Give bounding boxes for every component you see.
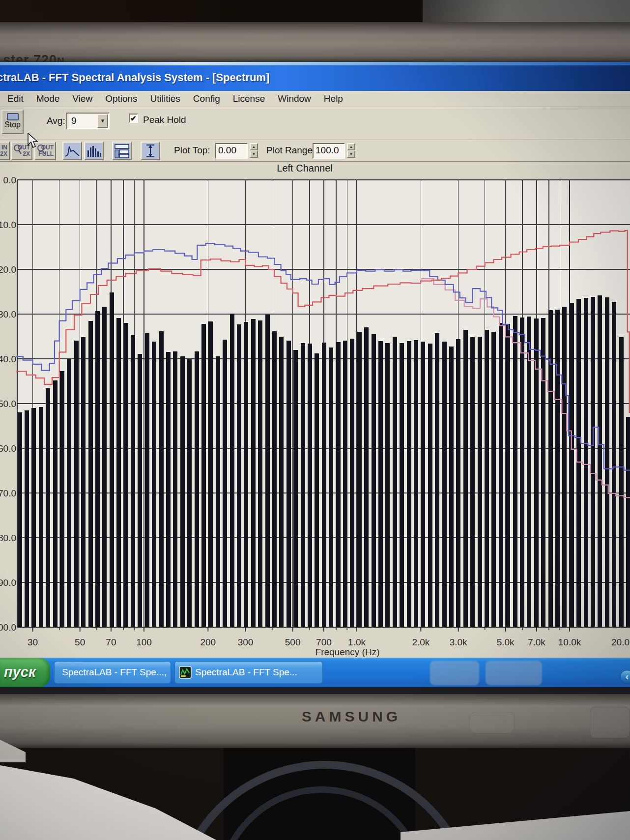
window-title: ctraLAB - FFT Spectral Analysis System -… — [0, 71, 269, 84]
chart-title: Left Channel — [0, 163, 609, 174]
spin-up-icon[interactable]: ▲ — [347, 143, 355, 150]
stop-icon — [7, 113, 19, 120]
spectrum-bar-view-button[interactable] — [84, 142, 104, 160]
x-tick-label: 3.0k — [450, 637, 467, 647]
spectrum-bar — [258, 320, 262, 627]
menu-item-utilities[interactable]: Utilities — [144, 93, 187, 104]
spectrum-bar — [251, 319, 256, 627]
spin-down-icon[interactable]: ▼ — [347, 150, 355, 158]
spectrum-bar — [25, 410, 29, 627]
spectrum-bar — [173, 351, 177, 627]
menu-item-mode[interactable]: Mode — [30, 93, 66, 104]
spectrum-bar — [393, 337, 397, 628]
spectrum-bar — [456, 339, 460, 627]
taskbar-item-label: SpectraLAB - FFT Spe..., — [62, 667, 167, 678]
x-tick-label: 5.0k — [497, 637, 515, 647]
title-bar[interactable]: ctraLAB - FFT Spectral Analysis System -… — [0, 65, 630, 91]
panels-icon — [113, 143, 131, 159]
taskbar-item-spectralab-1[interactable]: SpectraLAB - FFT Spe..., — [54, 661, 171, 684]
spectrum-bar — [626, 417, 630, 627]
spectrum-bar — [605, 297, 609, 627]
menu-item-edit[interactable]: Edit — [1, 93, 30, 104]
menu-item-license[interactable]: License — [227, 93, 272, 104]
mouse-cursor — [27, 133, 42, 150]
zoom-in-2x-button[interactable]: IN2X — [0, 142, 10, 160]
spectrum-bar — [555, 310, 560, 627]
spectrum-bar — [576, 299, 581, 627]
x-tick-label: 50 — [75, 637, 85, 647]
display-layout-button[interactable] — [112, 142, 132, 160]
spectrum-bar — [293, 350, 298, 627]
spectrum-chart: 3050701002003005007001.0k2.0k3.0k5.0k7.0… — [0, 176, 630, 658]
spectrum-bar — [216, 356, 220, 627]
vertical-scale-button[interactable] — [141, 142, 160, 160]
spectrum-bar — [463, 330, 468, 627]
spectrum-bar — [322, 343, 326, 627]
spin-up-icon[interactable]: ▲ — [250, 143, 258, 150]
tray-chevron-left-icon[interactable]: ‹ — [620, 670, 630, 684]
screen: ctraLAB - FFT Spectral Analysis System -… — [0, 65, 630, 687]
spectrum-bar — [485, 330, 489, 627]
peak-hold-checkbox[interactable]: ✔ — [129, 114, 138, 123]
spin-down-icon[interactable]: ▼ — [250, 150, 258, 158]
spectrum-bar — [506, 324, 510, 627]
menu-item-view[interactable]: View — [66, 93, 99, 104]
spectrum-bar — [265, 315, 270, 627]
screen-top-edge-glow — [0, 62, 630, 65]
zoom-button-label: IN2X — [0, 145, 7, 157]
plot-range-spinner[interactable]: ▲ ▼ — [347, 143, 355, 159]
menu-item-help[interactable]: Help — [317, 93, 349, 104]
spectrum-bar — [67, 359, 71, 627]
spectrum-bar — [131, 335, 135, 627]
spectrum-bar — [159, 331, 164, 627]
avg-combobox[interactable]: 9 ▼ — [66, 113, 110, 129]
spectrum-bar — [527, 317, 531, 627]
spectrum-bar — [442, 342, 447, 627]
spectrum-bar — [301, 343, 305, 627]
spectrum-bar — [195, 351, 199, 627]
spectrum-bar — [46, 388, 50, 627]
spectrum-bar — [520, 318, 524, 627]
chevron-down-icon[interactable]: ▼ — [97, 114, 108, 128]
y-tick-label: 30.0 — [0, 309, 16, 319]
spectrum-bar — [145, 333, 149, 627]
bar-plot-icon — [85, 143, 103, 159]
menu-item-config[interactable]: Config — [187, 93, 227, 104]
spectrum-bar — [180, 356, 185, 627]
start-button[interactable]: пуск — [0, 658, 50, 687]
spectrum-bar — [39, 407, 43, 627]
x-tick-label: 7.0k — [528, 637, 545, 647]
menu-item-options[interactable]: Options — [99, 93, 143, 104]
spectrum-bar — [421, 342, 425, 627]
plot-range-field[interactable]: 100.0 — [313, 143, 345, 159]
stop-button-label: Stop — [4, 120, 21, 129]
spectrum-bar — [60, 371, 64, 627]
spectrum-line-view-button[interactable] — [62, 142, 82, 160]
spectrum-bar — [272, 331, 277, 627]
magnifier-icon — [13, 144, 23, 155]
spectrum-bar — [562, 307, 567, 627]
spectrum-bar — [478, 337, 482, 628]
x-tick-label: 700 — [316, 637, 332, 647]
spectrum-bar — [308, 344, 312, 627]
y-tick-label: 50.0 — [0, 399, 16, 409]
spectrum-bar — [619, 337, 624, 627]
stop-button[interactable]: Stop — [1, 110, 24, 134]
plot-top-spinner[interactable]: ▲ ▼ — [250, 143, 258, 159]
spectrum-bar — [124, 323, 128, 627]
spectrum-bar — [378, 341, 383, 627]
taskbar-item-spectralab-2[interactable]: SpectraLAB - FFT Spe... — [174, 661, 323, 684]
spectrum-bar — [343, 341, 347, 627]
x-axis-title: Frequency (Hz) — [315, 647, 380, 657]
y-tick-label: 20.0 — [0, 264, 16, 275]
y-tick-label: 80.0 — [0, 533, 16, 543]
menu-item-window[interactable]: Window — [271, 93, 317, 104]
spectrum-bar — [470, 337, 475, 627]
x-tick-label: 200 — [200, 637, 216, 647]
photo-of-monitor: ster 720N ctraLAB - FFT Spectral Analysi… — [0, 0, 630, 840]
spectrum-bar — [286, 341, 291, 627]
background-desk — [0, 0, 442, 25]
spectrum-bar — [31, 408, 36, 627]
plot-top-field[interactable]: 0.00 — [215, 143, 248, 159]
y-tick-label: 70.0 — [0, 488, 16, 498]
